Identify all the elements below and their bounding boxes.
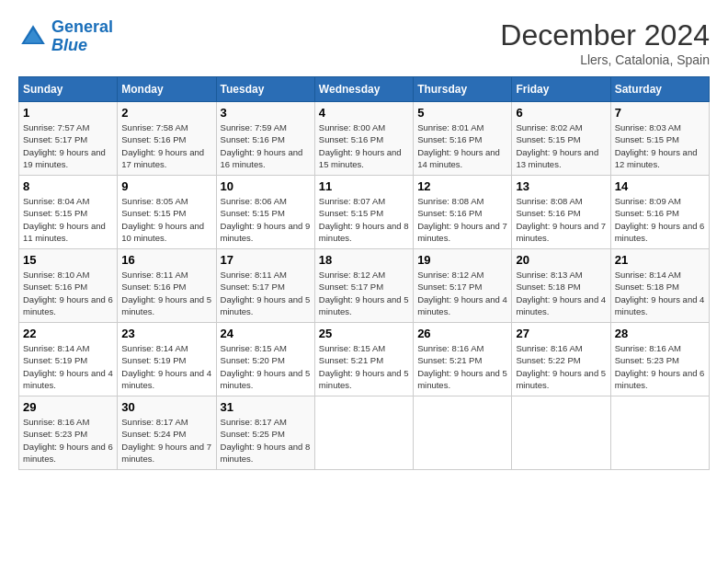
day-info: Sunrise: 8:14 AM Sunset: 5:18 PM Dayligh… bbox=[615, 269, 705, 317]
day-info: Sunrise: 8:03 AM Sunset: 5:15 PM Dayligh… bbox=[615, 121, 705, 170]
day-number: 17 bbox=[221, 253, 311, 267]
calendar-cell bbox=[314, 396, 413, 470]
weekday-header-saturday: Saturday bbox=[610, 77, 709, 102]
calendar-cell: 7Sunrise: 8:03 AM Sunset: 5:15 PM Daylig… bbox=[610, 102, 709, 176]
calendar-cell: 15Sunrise: 8:10 AM Sunset: 5:16 PM Dayli… bbox=[19, 249, 118, 323]
logo-line2: Blue bbox=[51, 36, 87, 54]
day-info: Sunrise: 8:04 AM Sunset: 5:15 PM Dayligh… bbox=[23, 195, 113, 244]
day-number: 26 bbox=[417, 327, 507, 340]
weekday-header-thursday: Thursday bbox=[414, 77, 512, 102]
day-info: Sunrise: 8:16 AM Sunset: 5:23 PM Dayligh… bbox=[23, 416, 113, 465]
page-header: General Blue December 2024 Llers, Catalo… bbox=[18, 18, 710, 67]
day-number: 21 bbox=[615, 253, 705, 267]
day-number: 7 bbox=[615, 106, 705, 120]
calendar-week-3: 15Sunrise: 8:10 AM Sunset: 5:16 PM Dayli… bbox=[19, 249, 710, 323]
day-number: 29 bbox=[23, 400, 113, 414]
day-info: Sunrise: 8:16 AM Sunset: 5:21 PM Dayligh… bbox=[417, 342, 507, 391]
calendar-cell: 27Sunrise: 8:16 AM Sunset: 5:22 PM Dayli… bbox=[512, 323, 610, 396]
day-info: Sunrise: 8:15 AM Sunset: 5:20 PM Dayligh… bbox=[221, 342, 311, 391]
day-info: Sunrise: 8:17 AM Sunset: 5:25 PM Dayligh… bbox=[221, 416, 311, 465]
day-number: 18 bbox=[319, 253, 409, 267]
logo: General Blue bbox=[18, 18, 113, 55]
calendar-cell bbox=[512, 396, 610, 470]
day-info: Sunrise: 8:10 AM Sunset: 5:16 PM Dayligh… bbox=[23, 269, 113, 317]
weekday-header-sunday: Sunday bbox=[19, 77, 118, 102]
day-number: 8 bbox=[23, 179, 113, 193]
day-number: 5 bbox=[417, 106, 507, 120]
day-info: Sunrise: 8:11 AM Sunset: 5:16 PM Dayligh… bbox=[121, 269, 211, 317]
logo-text: General Blue bbox=[51, 18, 113, 55]
calendar-cell: 6Sunrise: 8:02 AM Sunset: 5:15 PM Daylig… bbox=[512, 102, 610, 176]
day-number: 20 bbox=[516, 253, 606, 267]
calendar-cell: 21Sunrise: 8:14 AM Sunset: 5:18 PM Dayli… bbox=[610, 249, 709, 323]
calendar-cell: 9Sunrise: 8:05 AM Sunset: 5:15 PM Daylig… bbox=[118, 176, 216, 249]
logo-line1: General bbox=[51, 17, 113, 36]
calendar-cell: 1Sunrise: 7:57 AM Sunset: 5:17 PM Daylig… bbox=[19, 102, 118, 176]
month-title: December 2024 bbox=[500, 18, 710, 52]
calendar-cell: 17Sunrise: 8:11 AM Sunset: 5:17 PM Dayli… bbox=[216, 249, 314, 323]
day-number: 16 bbox=[121, 253, 211, 267]
calendar-cell: 8Sunrise: 8:04 AM Sunset: 5:15 PM Daylig… bbox=[19, 176, 118, 249]
title-block: December 2024 Llers, Catalonia, Spain bbox=[500, 18, 710, 67]
day-number: 6 bbox=[516, 106, 606, 120]
calendar-cell: 22Sunrise: 8:14 AM Sunset: 5:19 PM Dayli… bbox=[19, 323, 118, 396]
day-number: 11 bbox=[319, 179, 409, 193]
calendar-cell: 18Sunrise: 8:12 AM Sunset: 5:17 PM Dayli… bbox=[314, 249, 413, 323]
day-number: 14 bbox=[615, 179, 705, 193]
day-info: Sunrise: 8:08 AM Sunset: 5:16 PM Dayligh… bbox=[516, 195, 606, 244]
calendar-cell: 19Sunrise: 8:12 AM Sunset: 5:17 PM Dayli… bbox=[414, 249, 512, 323]
day-info: Sunrise: 8:13 AM Sunset: 5:18 PM Dayligh… bbox=[516, 269, 606, 317]
day-info: Sunrise: 8:07 AM Sunset: 5:15 PM Dayligh… bbox=[319, 195, 409, 244]
day-number: 1 bbox=[23, 106, 113, 120]
weekday-header-row: SundayMondayTuesdayWednesdayThursdayFrid… bbox=[19, 77, 710, 102]
calendar-cell: 4Sunrise: 8:00 AM Sunset: 5:16 PM Daylig… bbox=[314, 102, 413, 176]
day-info: Sunrise: 8:14 AM Sunset: 5:19 PM Dayligh… bbox=[23, 342, 113, 391]
calendar-cell: 24Sunrise: 8:15 AM Sunset: 5:20 PM Dayli… bbox=[216, 323, 314, 396]
calendar-cell: 29Sunrise: 8:16 AM Sunset: 5:23 PM Dayli… bbox=[19, 396, 118, 470]
calendar-cell: 11Sunrise: 8:07 AM Sunset: 5:15 PM Dayli… bbox=[314, 176, 413, 249]
calendar-week-2: 8Sunrise: 8:04 AM Sunset: 5:15 PM Daylig… bbox=[19, 176, 710, 249]
day-info: Sunrise: 7:58 AM Sunset: 5:16 PM Dayligh… bbox=[121, 121, 211, 170]
day-info: Sunrise: 8:12 AM Sunset: 5:17 PM Dayligh… bbox=[319, 269, 409, 317]
day-number: 9 bbox=[121, 179, 211, 193]
day-info: Sunrise: 8:12 AM Sunset: 5:17 PM Dayligh… bbox=[417, 269, 507, 317]
calendar-week-4: 22Sunrise: 8:14 AM Sunset: 5:19 PM Dayli… bbox=[19, 323, 710, 396]
day-number: 3 bbox=[221, 106, 311, 120]
weekday-header-monday: Monday bbox=[118, 77, 216, 102]
day-info: Sunrise: 8:11 AM Sunset: 5:17 PM Dayligh… bbox=[221, 269, 311, 317]
calendar-cell bbox=[414, 396, 512, 470]
day-number: 2 bbox=[121, 106, 211, 120]
day-number: 4 bbox=[319, 106, 409, 120]
weekday-header-wednesday: Wednesday bbox=[314, 77, 413, 102]
weekday-header-friday: Friday bbox=[512, 77, 610, 102]
day-info: Sunrise: 8:00 AM Sunset: 5:16 PM Dayligh… bbox=[319, 121, 409, 170]
day-info: Sunrise: 8:05 AM Sunset: 5:15 PM Dayligh… bbox=[121, 195, 211, 244]
day-number: 31 bbox=[221, 400, 311, 414]
day-number: 23 bbox=[121, 327, 211, 340]
calendar-cell: 25Sunrise: 8:15 AM Sunset: 5:21 PM Dayli… bbox=[314, 323, 413, 396]
day-info: Sunrise: 8:06 AM Sunset: 5:15 PM Dayligh… bbox=[221, 195, 311, 244]
day-number: 24 bbox=[221, 327, 311, 340]
calendar-cell: 10Sunrise: 8:06 AM Sunset: 5:15 PM Dayli… bbox=[216, 176, 314, 249]
day-number: 27 bbox=[516, 327, 606, 340]
day-info: Sunrise: 8:01 AM Sunset: 5:16 PM Dayligh… bbox=[417, 121, 507, 170]
calendar-cell: 30Sunrise: 8:17 AM Sunset: 5:24 PM Dayli… bbox=[118, 396, 216, 470]
day-info: Sunrise: 8:15 AM Sunset: 5:21 PM Dayligh… bbox=[319, 342, 409, 391]
day-number: 30 bbox=[121, 400, 211, 414]
calendar-cell: 31Sunrise: 8:17 AM Sunset: 5:25 PM Dayli… bbox=[216, 396, 314, 470]
calendar-cell: 28Sunrise: 8:16 AM Sunset: 5:23 PM Dayli… bbox=[610, 323, 709, 396]
day-info: Sunrise: 8:08 AM Sunset: 5:16 PM Dayligh… bbox=[417, 195, 507, 244]
day-info: Sunrise: 8:17 AM Sunset: 5:24 PM Dayligh… bbox=[121, 416, 211, 465]
day-info: Sunrise: 8:14 AM Sunset: 5:19 PM Dayligh… bbox=[121, 342, 211, 391]
calendar-week-1: 1Sunrise: 7:57 AM Sunset: 5:17 PM Daylig… bbox=[19, 102, 710, 176]
calendar-cell bbox=[610, 396, 709, 470]
calendar-cell: 12Sunrise: 8:08 AM Sunset: 5:16 PM Dayli… bbox=[414, 176, 512, 249]
day-info: Sunrise: 7:59 AM Sunset: 5:16 PM Dayligh… bbox=[221, 121, 311, 170]
calendar-cell: 14Sunrise: 8:09 AM Sunset: 5:16 PM Dayli… bbox=[610, 176, 709, 249]
calendar-week-5: 29Sunrise: 8:16 AM Sunset: 5:23 PM Dayli… bbox=[19, 396, 710, 470]
calendar-cell: 26Sunrise: 8:16 AM Sunset: 5:21 PM Dayli… bbox=[414, 323, 512, 396]
day-number: 28 bbox=[615, 327, 705, 340]
day-info: Sunrise: 8:02 AM Sunset: 5:15 PM Dayligh… bbox=[516, 121, 606, 170]
day-number: 13 bbox=[516, 179, 606, 193]
logo-icon bbox=[18, 22, 48, 52]
